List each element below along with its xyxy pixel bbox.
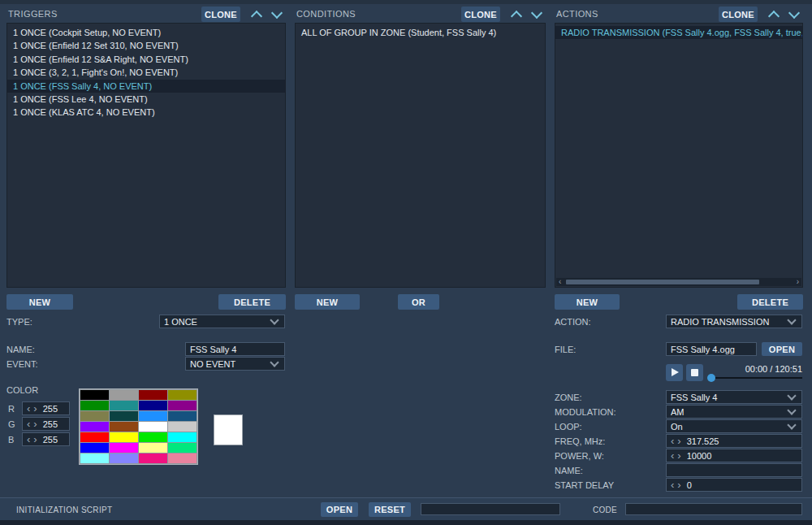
color-swatch[interactable]: [139, 390, 167, 400]
actions-horizontal-scrollbar[interactable]: ‹ ›: [556, 278, 801, 286]
color-swatch[interactable]: [80, 411, 109, 421]
play-button[interactable]: [666, 364, 683, 381]
clone-trigger-button[interactable]: CLONE: [201, 7, 240, 22]
increment-icon[interactable]: ›: [677, 449, 680, 462]
move-condition-up-button[interactable]: [510, 8, 523, 20]
delete-trigger-button[interactable]: DELETE: [218, 294, 286, 310]
color-swatch[interactable]: [168, 401, 197, 410]
initialization-script-bar: INITIALIZATION SCRIPT OPEN RESET CODE: [0, 497, 812, 521]
list-item[interactable]: 1 ONCE (3, 2, 1, Fight's On!, NO EVENT): [7, 66, 285, 79]
color-swatch[interactable]: [80, 453, 109, 463]
zone-dropdown[interactable]: FSS Sally 4: [666, 390, 802, 404]
color-swatch[interactable]: [168, 453, 197, 463]
slider-handle[interactable]: [707, 374, 715, 382]
color-swatch[interactable]: [110, 432, 138, 442]
event-dropdown[interactable]: NO EVENT: [185, 357, 285, 371]
actions-list[interactable]: RADIO TRANSMISSION (FSS Sally 4.ogg, FSS…: [555, 23, 803, 288]
color-swatch[interactable]: [168, 411, 197, 421]
increment-icon[interactable]: ›: [33, 433, 37, 445]
color-swatch[interactable]: [110, 411, 138, 421]
decrement-icon[interactable]: ‹: [27, 418, 30, 430]
file-input[interactable]: [666, 342, 757, 356]
freq-spinner[interactable]: ‹ › 317.525: [666, 434, 802, 448]
open-script-button[interactable]: OPEN: [321, 502, 358, 517]
color-swatch[interactable]: [80, 390, 109, 400]
triggers-list[interactable]: 1 ONCE (Cockpit Setup, NO EVENT)1 ONCE (…: [6, 23, 286, 288]
clone-condition-button[interactable]: CLONE: [461, 7, 500, 22]
power-spinner[interactable]: ‹ › 10000: [666, 449, 802, 462]
new-action-button[interactable]: NEW: [555, 294, 620, 310]
script-path-input[interactable]: [421, 503, 560, 515]
list-item[interactable]: 1 ONCE (FSS Lee 4, NO EVENT): [7, 93, 285, 106]
blue-spinner[interactable]: ‹ › 255: [22, 432, 70, 446]
scroll-right-icon[interactable]: ›: [797, 277, 799, 287]
list-item[interactable]: 1 ONCE (KLAS ATC 4, NO EVENT): [7, 106, 285, 119]
color-swatch[interactable]: [168, 422, 197, 432]
increment-icon[interactable]: ›: [33, 402, 37, 414]
increment-icon[interactable]: ›: [677, 435, 680, 447]
open-file-button[interactable]: OPEN: [762, 342, 802, 356]
decrement-icon[interactable]: ‹: [27, 402, 30, 414]
action-name-input[interactable]: [666, 463, 802, 477]
conditions-list[interactable]: ALL OF GROUP IN ZONE (Student, FSS Sally…: [295, 23, 546, 288]
color-swatch[interactable]: [110, 401, 138, 410]
loop-label: LOOP:: [555, 422, 582, 432]
new-condition-button[interactable]: NEW: [295, 294, 360, 310]
new-trigger-button[interactable]: NEW: [6, 294, 73, 310]
list-item[interactable]: 1 ONCE (Enfield 12 S&A Right, NO EVENT): [7, 53, 285, 66]
color-swatch[interactable]: [110, 453, 138, 463]
color-swatch[interactable]: [110, 422, 138, 432]
decrement-icon[interactable]: ‹: [27, 433, 30, 445]
move-trigger-up-button[interactable]: [250, 8, 263, 20]
color-swatch[interactable]: [80, 422, 109, 432]
color-swatch[interactable]: [168, 390, 197, 400]
color-swatch[interactable]: [139, 453, 167, 463]
list-item[interactable]: 1 ONCE (Enfield 12 Set 310, NO EVENT): [7, 39, 285, 52]
decrement-icon[interactable]: ‹: [671, 449, 674, 462]
list-item[interactable]: RADIO TRANSMISSION (FSS Sally 4.ogg, FSS…: [555, 26, 802, 39]
delete-action-button[interactable]: DELETE: [737, 294, 803, 310]
trigger-name-input[interactable]: [185, 342, 285, 356]
color-swatch[interactable]: [168, 432, 197, 442]
action-name-label: NAME:: [555, 466, 583, 475]
chevron-down-icon: [787, 420, 796, 429]
decrement-icon[interactable]: ‹: [671, 479, 674, 491]
clone-action-button[interactable]: CLONE: [719, 7, 758, 22]
move-action-up-button[interactable]: [767, 8, 780, 20]
color-swatch[interactable]: [110, 390, 138, 400]
green-spinner[interactable]: ‹ › 255: [22, 417, 70, 431]
color-swatch[interactable]: [168, 443, 197, 453]
color-swatch[interactable]: [139, 401, 167, 410]
conditions-title: CONDITIONS: [296, 9, 356, 19]
type-dropdown[interactable]: 1 ONCE: [159, 315, 285, 328]
list-item[interactable]: 1 ONCE (Cockpit Setup, NO EVENT): [7, 26, 285, 39]
move-condition-down-button[interactable]: [530, 8, 543, 20]
color-swatch[interactable]: [80, 443, 109, 453]
color-swatch[interactable]: [110, 443, 138, 453]
color-swatch[interactable]: [80, 432, 109, 442]
modulation-label: MODULATION:: [555, 407, 616, 417]
color-swatch[interactable]: [139, 432, 167, 442]
move-trigger-down-button[interactable]: [270, 8, 283, 20]
code-input[interactable]: [625, 503, 802, 515]
move-action-down-button[interactable]: [788, 8, 801, 20]
color-swatch[interactable]: [139, 422, 167, 432]
color-swatch[interactable]: [139, 411, 167, 421]
color-swatch[interactable]: [80, 401, 109, 410]
scrollbar-thumb[interactable]: [566, 280, 759, 284]
red-spinner[interactable]: ‹ › 255: [22, 401, 70, 415]
decrement-icon[interactable]: ‹: [671, 435, 674, 447]
list-item[interactable]: 1 ONCE (FSS Sally 4, NO EVENT): [7, 80, 285, 93]
start-delay-spinner[interactable]: ‹ › 0: [666, 478, 802, 492]
increment-icon[interactable]: ›: [677, 479, 680, 491]
loop-dropdown[interactable]: On: [666, 419, 802, 433]
list-item[interactable]: ALL OF GROUP IN ZONE (Student, FSS Sally…: [296, 26, 545, 39]
color-swatch[interactable]: [139, 443, 167, 453]
modulation-dropdown[interactable]: AM: [666, 405, 802, 419]
time-slider[interactable]: [708, 377, 802, 379]
increment-icon[interactable]: ›: [33, 418, 37, 430]
action-dropdown[interactable]: RADIO TRANSMISSION: [666, 315, 802, 328]
reset-script-button[interactable]: RESET: [369, 502, 411, 517]
scroll-left-icon[interactable]: ‹: [559, 277, 561, 287]
or-condition-button[interactable]: OR: [398, 294, 439, 310]
